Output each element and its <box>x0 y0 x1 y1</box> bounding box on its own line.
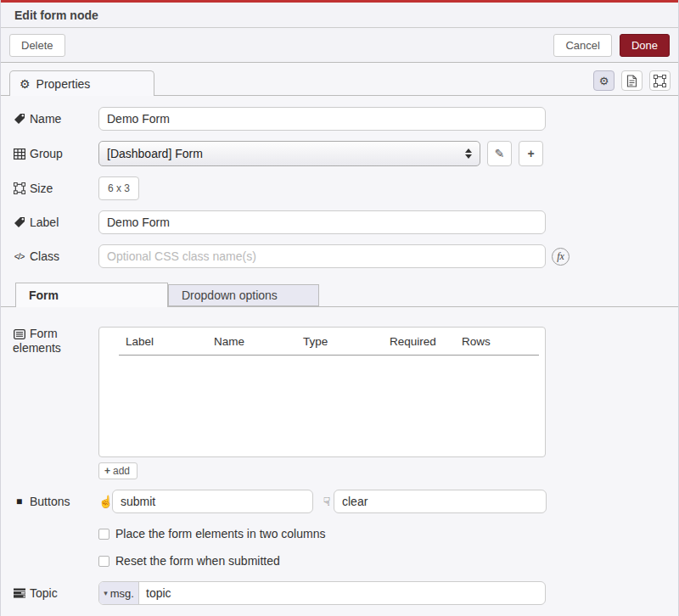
gear-icon: ⚙ <box>599 75 609 87</box>
group-select[interactable]: [Dashboard] Form <box>98 141 480 166</box>
column-header-name: Name <box>207 332 296 356</box>
topic-prefix-label: msg. <box>110 587 134 600</box>
two-columns-checkbox[interactable] <box>98 529 109 540</box>
form-elements-header-row: Label Name Type Required Rows <box>119 332 539 356</box>
name-input[interactable] <box>98 107 546 131</box>
tab-properties[interactable]: ⚙ Properties <box>9 70 154 96</box>
topic-label: Topic <box>30 586 58 600</box>
group-label-group: Group <box>13 147 98 160</box>
fx-icon: fx <box>552 248 570 266</box>
group-row: Group [Dashboard] Form ✎ + <box>13 141 670 166</box>
clear-button-text-input[interactable] <box>334 490 547 513</box>
tab-dropdown-options[interactable]: Dropdown options <box>168 284 319 306</box>
delete-button[interactable]: Delete <box>9 34 65 57</box>
tab-form[interactable]: Form <box>15 283 168 307</box>
class-label: Class <box>30 249 59 263</box>
topic-type-select[interactable]: ▾ msg. <box>99 582 139 604</box>
two-columns-option-row: Place the form elements in two columns <box>98 527 670 540</box>
two-columns-checkbox-label: Place the form elements in two columns <box>115 527 325 540</box>
toolbar-right-group: Cancel Done <box>553 34 670 57</box>
document-icon <box>626 75 637 87</box>
properties-icon-button[interactable]: ⚙ <box>593 70 614 91</box>
buttons-row: ■ Buttons ☝ ☟ <box>13 490 670 513</box>
label-label: Label <box>30 216 59 229</box>
form-elements-row: Form elements Label Name Type Required R… <box>13 327 670 479</box>
size-row: Size 6 x 3 <box>13 176 670 200</box>
tag-icon <box>13 113 25 125</box>
select-arrows-icon <box>465 148 472 159</box>
add-element-button[interactable]: +add <box>98 462 137 479</box>
cancel-button[interactable]: Cancel <box>553 34 611 57</box>
editor-tabbar: ⚙ Properties ⚙ <box>1 66 678 96</box>
name-label: Name <box>30 112 61 126</box>
form-elements-label-group: Form elements <box>13 327 98 356</box>
tab-properties-label: Properties <box>36 77 91 91</box>
size-value-button[interactable]: 6 x 3 <box>98 176 139 200</box>
group-select-value: [Dashboard] Form <box>107 147 203 160</box>
label-label-group: Label <box>13 216 98 229</box>
class-row: </> Class fx <box>13 244 670 268</box>
caret-down-icon: ▾ <box>104 589 108 597</box>
square-icon: ■ <box>13 496 25 507</box>
tasks-icon <box>13 588 25 598</box>
class-label-group: </> Class <box>13 249 98 263</box>
column-header-label: Label <box>119 332 207 356</box>
column-header-rows: Rows <box>455 332 539 356</box>
reset-option-row: Reset the form when submitted <box>98 554 670 568</box>
label-input[interactable] <box>98 210 546 234</box>
tab-dropdown-options-label: Dropdown options <box>182 288 278 302</box>
form-elements-list[interactable]: Label Name Type Required Rows <box>98 327 546 457</box>
done-button[interactable]: Done <box>620 34 670 57</box>
reset-checkbox[interactable] <box>98 556 109 567</box>
code-icon: </> <box>13 252 25 261</box>
topic-row: Topic ▾ msg. topic <box>13 581 670 605</box>
column-header-type: Type <box>296 332 383 356</box>
appearance-box-icon <box>654 75 666 87</box>
form-elements-editor: Label Name Type Required Rows +add <box>98 327 546 479</box>
class-input[interactable] <box>98 244 546 268</box>
name-row: Name <box>13 107 670 131</box>
label-row: Label <box>13 210 670 234</box>
description-icon-button[interactable] <box>621 70 643 91</box>
dialog-title: Edit form node <box>1 3 678 28</box>
edit-group-button[interactable]: ✎ <box>487 141 512 166</box>
name-label-group: Name <box>13 112 98 126</box>
column-header-required: Required <box>383 332 455 356</box>
form-elements-table: Label Name Type Required Rows <box>119 332 539 356</box>
pencil-icon: ✎ <box>495 147 505 160</box>
group-label: Group <box>30 147 63 160</box>
topic-label-group: Topic <box>13 586 98 600</box>
table-icon <box>13 148 25 160</box>
size-label: Size <box>30 182 53 195</box>
buttons-label-group: ■ Buttons <box>13 495 98 508</box>
section-tabbar: Form Dropdown options <box>1 283 678 307</box>
reset-checkbox-label: Reset the form when submitted <box>115 554 280 568</box>
add-group-button[interactable]: + <box>519 141 543 166</box>
thumbs-down-icon: ☟ <box>320 495 334 508</box>
list-alt-icon <box>13 329 25 339</box>
size-handles-icon <box>13 182 25 194</box>
editor-tab-icons: ⚙ <box>593 70 671 91</box>
tag-icon <box>13 216 25 228</box>
submit-button-text-input[interactable] <box>112 490 313 513</box>
plus-icon: + <box>104 465 110 477</box>
gear-icon: ⚙ <box>20 77 31 91</box>
size-label-group: Size <box>13 182 98 195</box>
topic-value[interactable]: topic <box>139 582 545 604</box>
appearance-icon-button[interactable] <box>649 70 671 91</box>
thumbs-up-icon: ☝ <box>98 495 112 508</box>
add-element-label: add <box>113 465 130 477</box>
form-elements-label-wrap: Form elements <box>13 327 86 356</box>
buttons-label: Buttons <box>30 495 70 508</box>
properties-form: Name Group [Dashboard] Form ✎ <box>1 96 678 605</box>
dialog-toolbar: Delete Cancel Done <box>1 28 678 63</box>
tab-form-label: Form <box>29 288 59 302</box>
topic-typed-input: ▾ msg. topic <box>98 581 546 605</box>
plus-icon: + <box>527 147 534 160</box>
